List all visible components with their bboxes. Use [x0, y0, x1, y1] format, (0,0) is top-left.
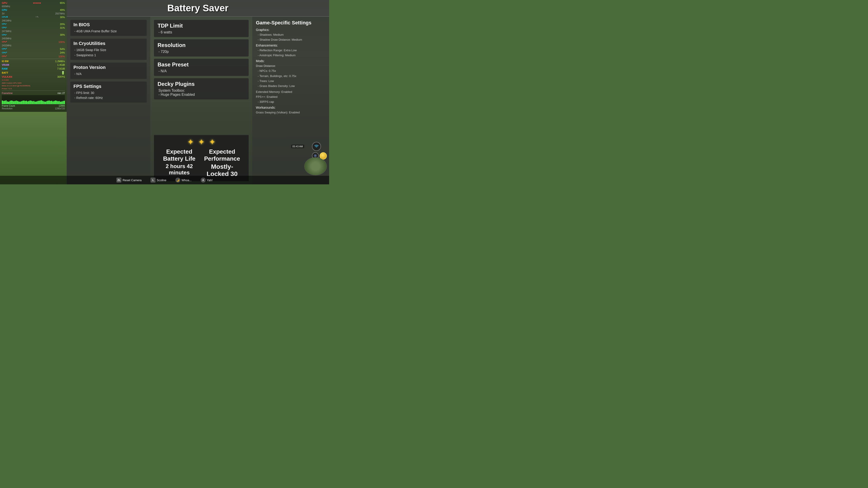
gpu-driver: AMD Custom GPU 0405 — [2, 82, 22, 84]
gpu-percent: 65% — [60, 1, 65, 4]
batt-label: BATT — [2, 71, 14, 74]
batt-icon: 🔋 — [61, 71, 65, 75]
extended-memory-item: Extended Memory: Enabled — [256, 90, 326, 94]
yah-btn-icon: A — [201, 177, 206, 183]
cpu0-icons: +✎ — [35, 16, 38, 19]
cpu7-percent: 100% — [59, 55, 65, 58]
reflection-item: - Reflection Range: Extra Low — [258, 48, 326, 53]
wifi-icon — [312, 142, 321, 151]
bottom-section: ✦ ✦ ✦ Expected Battery Life 2 hours 42 m… — [154, 135, 249, 181]
decky-subtitle: System Toolbox: — [158, 89, 245, 93]
sun-icon-1: ✦ — [187, 137, 194, 147]
gpu-row: GPU ♥♥♥♥♥♥ 65% — [2, 1, 65, 4]
frametime-min: min: 27 — [57, 92, 65, 95]
performance-col: Expected Performance Mostly-Locked 30 — [200, 148, 244, 177]
npcs-item: - NPCs: 0.75x — [258, 68, 326, 73]
res-title: Resolution — [158, 42, 245, 48]
cpu-mhz-2473: 2473MHz — [2, 30, 11, 33]
yah-btn-label: A — [202, 179, 204, 182]
cpu7-row: CPU⁷ 100% — [2, 55, 65, 58]
resolution-card: Resolution - 720p — [154, 39, 249, 57]
cpu-percent: 49% — [60, 8, 65, 11]
cpu6-label: CPU⁶ — [2, 52, 14, 54]
tdp-title: TDP Limit — [158, 23, 245, 29]
decky-title: Decky Plugins — [158, 81, 245, 87]
cpu2-label: CPU² — [2, 26, 14, 29]
vulkan-ver-row: 1.3.224 — [2, 79, 65, 82]
performance-title: Expected Performance — [200, 148, 244, 162]
io-row: IO RW 1.2MiB/s — [2, 60, 65, 63]
tdp-card: TDP Limit - 6 watts — [154, 20, 249, 37]
gpu-hearts: ♥♥♥♥♥♥ — [33, 2, 41, 4]
trees-item: - Trees: Low — [258, 78, 326, 84]
cpu-mhz-2473-row: 2473MHz — [2, 30, 65, 33]
gpu-label: GPU — [2, 1, 14, 4]
reset-btn-label: ZL — [118, 179, 121, 182]
cpu-mhz-2493-row: 2493MHz — [2, 37, 65, 40]
resolution-row: Resolution 1280x720 — [2, 107, 65, 110]
cpu1-label: CPU¹ — [2, 23, 14, 26]
sun-icons: ✦ ✦ ✦ — [187, 137, 216, 147]
svg-point-0 — [315, 155, 316, 156]
cpu1-row: CPU¹ 20% — [2, 23, 65, 26]
ram-row: RAM 7.6GiB — [2, 67, 65, 70]
base-preset-value: - N/A — [158, 69, 245, 73]
proton-ver-row: Proton 7.0-5 — [2, 88, 65, 90]
minimap-inner — [305, 158, 327, 175]
reset-btn-icon: ZL — [116, 177, 121, 183]
vram-val: 1.4GiB — [57, 63, 65, 66]
cpu3-row: CPU³ 30% — [2, 33, 65, 36]
ram-label: RAM — [2, 67, 14, 70]
hud-divider1 — [2, 59, 65, 59]
frametime-graph — [2, 95, 65, 104]
cryoutilities-title: In CryoUtilities — [73, 41, 144, 46]
resolution-label: Resolution — [2, 107, 12, 110]
whoa-btn: 🌙 Whoa... — [176, 177, 192, 183]
terrain-item: - Terrain, Buildings, etc: 0.75x — [258, 74, 326, 78]
cpu5-row: CPU⁵ 54% — [2, 47, 65, 51]
proton-version: Proton 7.0-5 — [2, 88, 12, 90]
cpu6-row: CPU⁶ 24% — [2, 51, 65, 54]
cpu-v: 3V — [2, 12, 4, 15]
cpu-label: CPU — [2, 8, 14, 11]
fps-item2: - Refresh rate: 60Hz — [74, 95, 144, 100]
cryoutilities-item2: - Swappiness 1 — [74, 53, 144, 58]
performance-value: Mostly-Locked 30 — [200, 163, 244, 177]
cpu-mhz-2461: 2461MHz — [2, 19, 11, 22]
proton-item1: - N/A — [74, 71, 144, 76]
shadow-draw-item: - Shadow Draw Distance: Medium — [258, 37, 326, 42]
cpu0-label: CPU⚙ — [2, 16, 14, 19]
frame-count-val: 12906 — [59, 105, 65, 107]
vulkan-label: VULKAN — [2, 75, 14, 78]
whoa-btn-icon: 🌙 — [176, 177, 180, 183]
cryoutilities-section: In CryoUtilities - 16GB Swap File Size -… — [70, 39, 147, 60]
workarounds-label: Workarounds: — [256, 106, 326, 109]
fps-section: FPS Settings - FPS limit: 30 - Refresh r… — [70, 82, 147, 103]
cpu2-row: CPU² 31% — [2, 26, 65, 29]
shadows-item: - Shadows: Medium — [258, 32, 326, 37]
cpu4-row: CPU⁴ 100% — [2, 40, 65, 43]
left-panels: In BIOS - 4GB UMA Frame Buffer Size In C… — [67, 17, 150, 184]
enhancements-label: Enhancements: — [256, 43, 326, 47]
io-val: 1.2MiB/s — [55, 60, 65, 63]
frame-count-label: Frame Count — [2, 105, 15, 107]
sun-icon-2: ✦ — [198, 137, 205, 147]
cpu5-percent: 54% — [60, 47, 65, 51]
fps-cap-item: - 30FPS cap — [258, 99, 326, 104]
frame-count-row: Frame Count 12906 — [2, 105, 65, 107]
battery-life-value: 2 hours 42 minutes — [158, 163, 200, 176]
cpu0-row: CPU⚙ +✎ 30% — [2, 15, 65, 19]
gpu-driver-row: AMD Custom GPU 0405 — [2, 82, 65, 84]
sun-icon-3: ✦ — [209, 137, 216, 147]
cpu7-label: CPU⁷ — [2, 55, 14, 58]
grass-swaying-item: Grass Swaying (Vulkan): Enabled — [256, 110, 326, 115]
yah-label: Yah! — [207, 178, 213, 182]
bios-item1: - 4GB UMA Frame Buffer Size — [74, 29, 144, 34]
cpu4-percent: 100% — [59, 40, 65, 43]
cpu0-percent: 30% — [60, 15, 65, 19]
battery-life-col: Expected Battery Life 2 hours 42 minutes — [158, 148, 200, 177]
fps-item1: - FPS limit: 30 — [74, 90, 144, 95]
game-bottom-bar: ZL Reset Camera L Scoline 🌙 Whoa... A Ya… — [0, 176, 329, 184]
bios-title: In BIOS — [73, 22, 144, 27]
cpu-mhz: 2507MHz — [55, 12, 65, 15]
